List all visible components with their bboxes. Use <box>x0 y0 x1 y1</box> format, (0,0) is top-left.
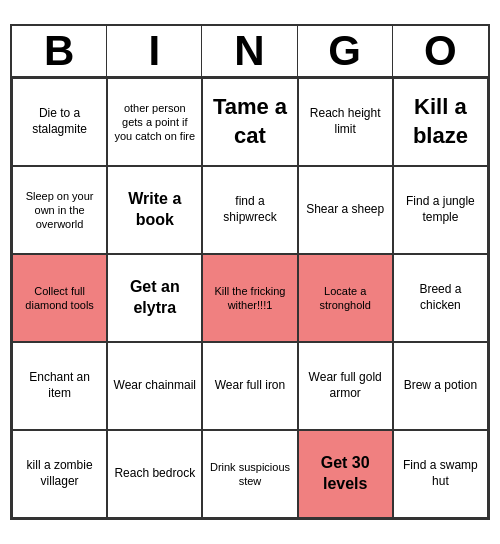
bingo-header: BINGO <box>12 26 488 78</box>
bingo-cell-12: Kill the fricking wither!!!1 <box>202 254 297 342</box>
bingo-cell-18: Wear full gold armor <box>298 342 393 430</box>
bingo-cell-3: Reach height limit <box>298 78 393 166</box>
bingo-letter-n: N <box>202 26 297 76</box>
bingo-cell-11: Get an elytra <box>107 254 202 342</box>
bingo-cell-21: Reach bedrock <box>107 430 202 518</box>
bingo-cell-23: Get 30 levels <box>298 430 393 518</box>
bingo-letter-b: B <box>12 26 107 76</box>
bingo-cell-2: Tame a cat <box>202 78 297 166</box>
bingo-cell-1: other person gets a point if you catch o… <box>107 78 202 166</box>
bingo-cell-17: Wear full iron <box>202 342 297 430</box>
bingo-letter-o: O <box>393 26 488 76</box>
bingo-cell-13: Locate a stronghold <box>298 254 393 342</box>
bingo-cell-7: find a shipwreck <box>202 166 297 254</box>
bingo-cell-5: Sleep on your own in the overworld <box>12 166 107 254</box>
bingo-letter-g: G <box>298 26 393 76</box>
bingo-cell-24: Find a swamp hut <box>393 430 488 518</box>
bingo-cell-4: Kill a blaze <box>393 78 488 166</box>
bingo-cell-15: Enchant an item <box>12 342 107 430</box>
bingo-cell-6: Write a book <box>107 166 202 254</box>
bingo-cell-16: Wear chainmail <box>107 342 202 430</box>
bingo-cell-9: Find a jungle temple <box>393 166 488 254</box>
bingo-cell-10: Collect full diamond tools <box>12 254 107 342</box>
bingo-cell-20: kill a zombie villager <box>12 430 107 518</box>
bingo-cell-14: Breed a chicken <box>393 254 488 342</box>
bingo-cell-19: Brew a potion <box>393 342 488 430</box>
bingo-grid: Die to a stalagmiteother person gets a p… <box>12 78 488 518</box>
bingo-cell-22: Drink suspicious stew <box>202 430 297 518</box>
bingo-cell-8: Shear a sheep <box>298 166 393 254</box>
bingo-cell-0: Die to a stalagmite <box>12 78 107 166</box>
bingo-letter-i: I <box>107 26 202 76</box>
bingo-card: BINGO Die to a stalagmiteother person ge… <box>10 24 490 520</box>
